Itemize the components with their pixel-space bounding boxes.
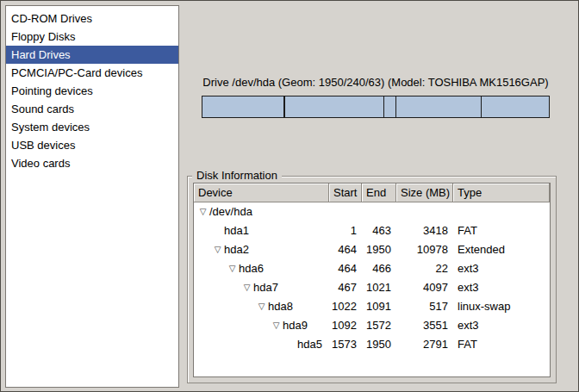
end-cell: 466	[362, 259, 396, 278]
sidebar-item-pointing-devices[interactable]: Pointing devices	[6, 82, 178, 100]
end-cell: 463	[362, 221, 396, 240]
start-cell: 464	[329, 240, 362, 259]
size-cell: 2791	[396, 335, 453, 354]
expander-icon[interactable]: ▽	[196, 202, 209, 221]
end-cell: 1021	[362, 278, 396, 297]
start-cell: 464	[329, 259, 362, 278]
size-cell	[396, 202, 453, 221]
column-header-size[interactable]: Size (MB)	[396, 184, 453, 202]
start-cell: 1	[329, 221, 362, 240]
table-row[interactable]: ▽ hda8 1022 1091 517 linux-swap	[194, 297, 550, 316]
device-label: hda2	[224, 240, 249, 259]
size-cell: 4097	[396, 278, 453, 297]
type-cell: ext3	[453, 278, 550, 297]
device-label: /dev/hda	[209, 202, 252, 221]
end-cell: 1572	[362, 316, 396, 335]
sidebar-item-hard-drives[interactable]: Hard Drives	[6, 46, 178, 64]
device-cell: hda5	[194, 335, 329, 354]
table-row[interactable]: hda5 1573 1950 2791 FAT	[194, 335, 550, 354]
expander-icon[interactable]: ▽	[270, 316, 283, 335]
column-header-device[interactable]: Device	[194, 184, 329, 202]
partition-segment-hda8	[384, 96, 396, 117]
end-cell: 1091	[362, 297, 396, 316]
expander-icon[interactable]: ▽	[240, 278, 253, 297]
expander-icon[interactable]: ▽	[211, 240, 224, 259]
device-cell: ▽ /dev/hda	[194, 202, 329, 221]
partition-segment-hda1	[202, 96, 284, 117]
sidebar-item-floppy-disks[interactable]: Floppy Disks	[6, 28, 178, 46]
start-cell: 1022	[329, 297, 362, 316]
device-label: hda5	[297, 335, 322, 354]
size-cell: 3551	[396, 316, 453, 335]
type-cell: FAT	[453, 221, 550, 240]
device-label: hda7	[253, 278, 278, 297]
end-cell: 1950	[362, 335, 396, 354]
device-cell: ▽ hda8	[194, 297, 329, 316]
column-header-type[interactable]: Type	[453, 184, 550, 202]
partition-segment-hda9	[396, 96, 482, 117]
sidebar-item-cdrom-drives[interactable]: CD-ROM Drives	[6, 9, 178, 28]
sidebar-item-sound-cards[interactable]: Sound cards	[6, 100, 178, 118]
start-cell: 1573	[329, 335, 362, 354]
size-cell: 10978	[396, 240, 453, 259]
partition-table: Device Start End Size (MB) Type ▽ /dev/h…	[193, 183, 551, 377]
sidebar-item-pcmcia-devices[interactable]: PCMCIA/PC-Card devices	[6, 64, 178, 82]
sidebar-item-system-devices[interactable]: System devices	[6, 118, 178, 136]
device-label: hda1	[224, 221, 249, 240]
type-cell: ext3	[453, 316, 550, 335]
partition-segment-hda7	[285, 96, 383, 117]
device-cell: ▽ hda9	[194, 316, 329, 335]
table-row[interactable]: hda1 1 463 3418 FAT	[194, 221, 550, 240]
sidebar-item-usb-devices[interactable]: USB devices	[6, 136, 178, 154]
start-cell	[329, 202, 362, 221]
partition-bar	[202, 96, 550, 118]
device-cell: hda1	[194, 221, 329, 240]
expander-icon[interactable]: ▽	[226, 259, 239, 278]
column-header-start[interactable]: Start	[329, 184, 362, 202]
partition-segment-hda5	[482, 96, 549, 117]
start-cell: 467	[329, 278, 362, 297]
start-cell: 1092	[329, 316, 362, 335]
device-cell: ▽ hda7	[194, 278, 329, 297]
type-cell: linux-swap	[453, 297, 550, 316]
type-cell: ext3	[453, 259, 550, 278]
table-row[interactable]: ▽ /dev/hda	[194, 202, 550, 221]
expander-icon[interactable]: ▽	[255, 297, 268, 316]
device-label: hda9	[283, 316, 308, 335]
device-label: hda6	[239, 259, 264, 278]
type-cell	[453, 202, 550, 221]
table-row[interactable]: ▽ hda7 467 1021 4097 ext3	[194, 278, 550, 297]
type-cell: FAT	[453, 335, 550, 354]
table-row[interactable]: ▽ hda6 464 466 22 ext3	[194, 259, 550, 278]
table-header-row: Device Start End Size (MB) Type	[194, 184, 550, 202]
end-cell: 1950	[362, 240, 396, 259]
device-label: hda8	[268, 297, 293, 316]
size-cell: 22	[396, 259, 453, 278]
sidebar-item-video-cards[interactable]: Video cards	[6, 154, 178, 172]
table-row[interactable]: ▽ hda2 464 1950 10978 Extended	[194, 240, 550, 259]
type-cell: Extended	[453, 240, 550, 259]
end-cell	[362, 202, 396, 221]
device-category-list: CD-ROM Drives Floppy Disks Hard Drives P…	[5, 5, 179, 388]
disk-information-legend: Disk Information	[192, 169, 282, 183]
hardware-browser-window: CD-ROM Drives Floppy Disks Hard Drives P…	[0, 0, 579, 392]
device-cell: ▽ hda2	[194, 240, 329, 259]
device-cell: ▽ hda6	[194, 259, 329, 278]
column-header-end[interactable]: End	[362, 184, 396, 202]
size-cell: 517	[396, 297, 453, 316]
drive-title: Drive /dev/hda (Geom: 1950/240/63) (Mode…	[195, 76, 557, 89]
table-row[interactable]: ▽ hda9 1092 1572 3551 ext3	[194, 316, 550, 335]
size-cell: 3418	[396, 221, 453, 240]
